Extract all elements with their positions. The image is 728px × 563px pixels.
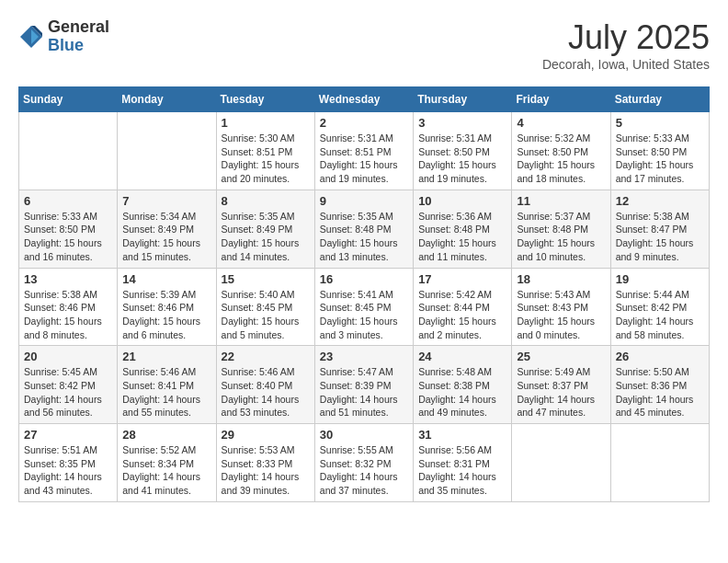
calendar-cell: 20Sunrise: 5:45 AM Sunset: 8:42 PM Dayli…	[19, 346, 118, 424]
day-info: Sunrise: 5:46 AM Sunset: 8:40 PM Dayligh…	[222, 365, 310, 419]
day-number: 26	[616, 350, 704, 363]
day-number: 12	[616, 194, 704, 208]
calendar-cell	[118, 112, 216, 190]
logo-blue-text: Blue	[48, 37, 109, 55]
calendar-cell: 9Sunrise: 5:35 AM Sunset: 8:48 PM Daylig…	[314, 190, 413, 268]
weekday-header: Friday	[512, 87, 610, 112]
weekday-header: Saturday	[610, 87, 709, 112]
day-info: Sunrise: 5:38 AM Sunset: 8:47 PM Dayligh…	[616, 210, 704, 264]
day-number: 16	[320, 272, 408, 286]
day-info: Sunrise: 5:37 AM Sunset: 8:48 PM Dayligh…	[517, 210, 605, 264]
calendar-cell	[512, 424, 610, 502]
day-number: 11	[517, 194, 605, 208]
day-info: Sunrise: 5:43 AM Sunset: 8:43 PM Dayligh…	[517, 288, 605, 342]
day-info: Sunrise: 5:42 AM Sunset: 8:44 PM Dayligh…	[418, 288, 506, 342]
calendar-cell: 8Sunrise: 5:35 AM Sunset: 8:49 PM Daylig…	[216, 190, 314, 268]
day-info: Sunrise: 5:56 AM Sunset: 8:31 PM Dayligh…	[418, 443, 506, 498]
day-info: Sunrise: 5:41 AM Sunset: 8:45 PM Dayligh…	[320, 288, 408, 342]
calendar-week-row: 6Sunrise: 5:33 AM Sunset: 8:50 PM Daylig…	[19, 190, 710, 268]
day-number: 5	[616, 116, 704, 130]
calendar-week-row: 20Sunrise: 5:45 AM Sunset: 8:42 PM Dayli…	[19, 346, 710, 424]
day-number: 29	[222, 428, 310, 442]
day-number: 1	[222, 116, 310, 130]
calendar-cell: 4Sunrise: 5:32 AM Sunset: 8:50 PM Daylig…	[512, 112, 610, 190]
day-info: Sunrise: 5:35 AM Sunset: 8:49 PM Dayligh…	[222, 210, 310, 264]
day-number: 27	[24, 428, 112, 442]
calendar-week-row: 27Sunrise: 5:51 AM Sunset: 8:35 PM Dayli…	[19, 424, 710, 502]
day-info: Sunrise: 5:34 AM Sunset: 8:49 PM Dayligh…	[122, 210, 210, 264]
calendar-cell: 21Sunrise: 5:46 AM Sunset: 8:41 PM Dayli…	[118, 346, 216, 424]
calendar-cell: 7Sunrise: 5:34 AM Sunset: 8:49 PM Daylig…	[118, 190, 216, 268]
day-number: 15	[222, 272, 310, 286]
day-info: Sunrise: 5:31 AM Sunset: 8:50 PM Dayligh…	[418, 132, 506, 186]
calendar-cell: 26Sunrise: 5:50 AM Sunset: 8:36 PM Dayli…	[610, 346, 709, 424]
day-info: Sunrise: 5:49 AM Sunset: 8:37 PM Dayligh…	[517, 365, 605, 419]
day-info: Sunrise: 5:33 AM Sunset: 8:50 PM Dayligh…	[616, 132, 704, 186]
day-number: 13	[24, 272, 112, 286]
calendar-cell: 28Sunrise: 5:52 AM Sunset: 8:34 PM Dayli…	[118, 424, 216, 502]
calendar-cell: 3Sunrise: 5:31 AM Sunset: 8:50 PM Daylig…	[414, 112, 512, 190]
day-info: Sunrise: 5:33 AM Sunset: 8:50 PM Dayligh…	[24, 210, 112, 264]
day-number: 10	[418, 194, 506, 208]
calendar-cell: 5Sunrise: 5:33 AM Sunset: 8:50 PM Daylig…	[610, 112, 709, 190]
calendar-week-row: 13Sunrise: 5:38 AM Sunset: 8:46 PM Dayli…	[19, 268, 710, 346]
logo-text: General Blue	[48, 18, 109, 55]
logo-icon	[18, 24, 44, 50]
weekday-header-row: SundayMondayTuesdayWednesdayThursdayFrid…	[19, 87, 710, 112]
day-info: Sunrise: 5:39 AM Sunset: 8:46 PM Dayligh…	[122, 288, 210, 342]
day-number: 8	[222, 194, 310, 208]
day-number: 6	[24, 194, 112, 208]
day-number: 22	[222, 350, 310, 363]
calendar-cell: 12Sunrise: 5:38 AM Sunset: 8:47 PM Dayli…	[610, 190, 709, 268]
logo: General Blue	[18, 18, 109, 55]
calendar-cell: 22Sunrise: 5:46 AM Sunset: 8:40 PM Dayli…	[216, 346, 314, 424]
day-info: Sunrise: 5:40 AM Sunset: 8:45 PM Dayligh…	[222, 288, 310, 342]
calendar-cell: 15Sunrise: 5:40 AM Sunset: 8:45 PM Dayli…	[216, 268, 314, 346]
day-number: 2	[320, 116, 408, 130]
calendar-cell: 19Sunrise: 5:44 AM Sunset: 8:42 PM Dayli…	[610, 268, 709, 346]
month-title: July 2025	[542, 18, 710, 57]
day-info: Sunrise: 5:32 AM Sunset: 8:50 PM Dayligh…	[517, 132, 605, 186]
calendar-cell: 14Sunrise: 5:39 AM Sunset: 8:46 PM Dayli…	[118, 268, 216, 346]
weekday-header: Monday	[118, 87, 216, 112]
day-info: Sunrise: 5:50 AM Sunset: 8:36 PM Dayligh…	[616, 365, 704, 419]
calendar-cell: 11Sunrise: 5:37 AM Sunset: 8:48 PM Dayli…	[512, 190, 610, 268]
calendar-cell: 18Sunrise: 5:43 AM Sunset: 8:43 PM Dayli…	[512, 268, 610, 346]
calendar-cell	[610, 424, 709, 502]
weekday-header: Thursday	[414, 87, 512, 112]
day-info: Sunrise: 5:38 AM Sunset: 8:46 PM Dayligh…	[24, 288, 112, 342]
calendar-table: SundayMondayTuesdayWednesdayThursdayFrid…	[18, 86, 710, 502]
day-info: Sunrise: 5:30 AM Sunset: 8:51 PM Dayligh…	[222, 132, 310, 186]
day-info: Sunrise: 5:52 AM Sunset: 8:34 PM Dayligh…	[122, 443, 210, 498]
day-info: Sunrise: 5:36 AM Sunset: 8:48 PM Dayligh…	[418, 210, 506, 264]
calendar-cell: 27Sunrise: 5:51 AM Sunset: 8:35 PM Dayli…	[19, 424, 118, 502]
day-number: 18	[517, 272, 605, 286]
calendar-cell: 10Sunrise: 5:36 AM Sunset: 8:48 PM Dayli…	[414, 190, 512, 268]
day-number: 21	[122, 350, 210, 363]
day-info: Sunrise: 5:44 AM Sunset: 8:42 PM Dayligh…	[616, 288, 704, 342]
weekday-header: Tuesday	[216, 87, 314, 112]
day-number: 19	[616, 272, 704, 286]
day-info: Sunrise: 5:53 AM Sunset: 8:33 PM Dayligh…	[222, 443, 310, 498]
day-info: Sunrise: 5:46 AM Sunset: 8:41 PM Dayligh…	[122, 365, 210, 419]
calendar-cell: 6Sunrise: 5:33 AM Sunset: 8:50 PM Daylig…	[19, 190, 118, 268]
calendar-cell: 23Sunrise: 5:47 AM Sunset: 8:39 PM Dayli…	[314, 346, 413, 424]
day-info: Sunrise: 5:48 AM Sunset: 8:38 PM Dayligh…	[418, 365, 506, 419]
calendar-cell: 13Sunrise: 5:38 AM Sunset: 8:46 PM Dayli…	[19, 268, 118, 346]
title-block: July 2025 Decorah, Iowa, United States	[542, 18, 710, 72]
calendar-body: 1Sunrise: 5:30 AM Sunset: 8:51 PM Daylig…	[19, 112, 710, 502]
logo-general-text: General	[48, 18, 109, 37]
calendar-cell	[19, 112, 118, 190]
location-subtitle: Decorah, Iowa, United States	[542, 57, 710, 72]
calendar-cell: 17Sunrise: 5:42 AM Sunset: 8:44 PM Dayli…	[414, 268, 512, 346]
calendar-header: SundayMondayTuesdayWednesdayThursdayFrid…	[19, 87, 710, 112]
day-number: 24	[418, 350, 506, 363]
calendar-cell: 24Sunrise: 5:48 AM Sunset: 8:38 PM Dayli…	[414, 346, 512, 424]
calendar-cell: 16Sunrise: 5:41 AM Sunset: 8:45 PM Dayli…	[314, 268, 413, 346]
day-info: Sunrise: 5:55 AM Sunset: 8:32 PM Dayligh…	[320, 443, 408, 498]
page-header: General Blue July 2025 Decorah, Iowa, Un…	[18, 18, 710, 72]
day-number: 17	[418, 272, 506, 286]
calendar-cell: 2Sunrise: 5:31 AM Sunset: 8:51 PM Daylig…	[314, 112, 413, 190]
calendar-week-row: 1Sunrise: 5:30 AM Sunset: 8:51 PM Daylig…	[19, 112, 710, 190]
day-number: 31	[418, 428, 506, 442]
